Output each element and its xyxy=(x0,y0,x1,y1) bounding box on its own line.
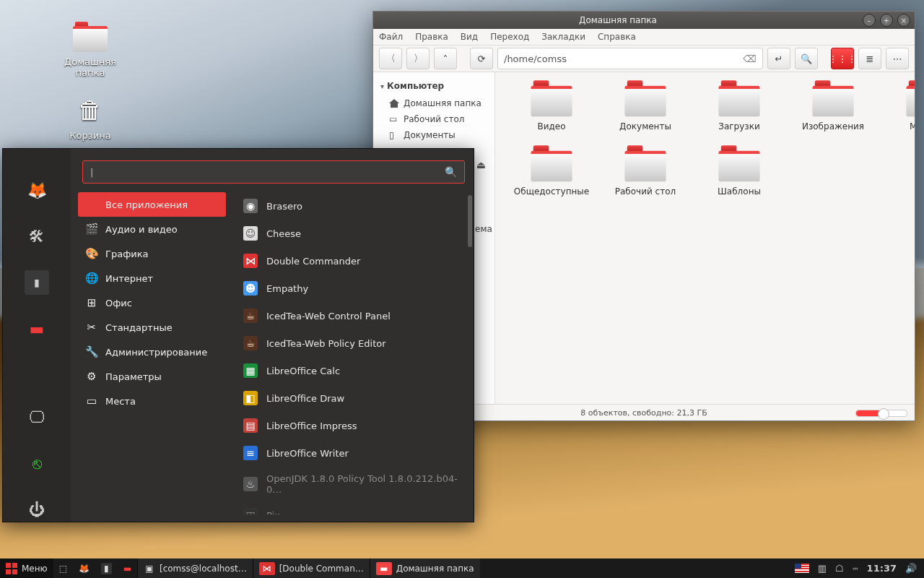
app-label: Brasero xyxy=(266,201,302,212)
category-internet[interactable]: 🌐Интернет xyxy=(78,266,226,290)
category-icon: ⚙ xyxy=(85,370,98,383)
category-prefs[interactable]: ⚙Параметры xyxy=(78,364,226,389)
logout-icon[interactable]: ⎋ xyxy=(25,451,49,475)
titlebar[interactable]: Домашняя папка – + × xyxy=(373,12,915,29)
desktop-home-folder[interactable]: ⌂ Домашняя папка xyxy=(51,22,130,78)
menu-search[interactable]: | 🔍 xyxy=(82,160,465,184)
zoom-slider[interactable] xyxy=(855,410,907,417)
tray-user-icon[interactable]: ☖ xyxy=(835,563,844,574)
app-list: ◉Brasero☺Cheese⋈Double Commander☻Empathy… xyxy=(230,191,474,514)
app-label: Empathy xyxy=(266,283,308,294)
category-places[interactable]: ▭Места xyxy=(78,389,226,413)
task-fm[interactable]: ▬Домашняя папка xyxy=(370,558,480,578)
app-item[interactable]: ☕IcedTea-Web Control Panel xyxy=(233,302,471,329)
app-icon: ◉ xyxy=(243,199,258,213)
minimize-button[interactable]: – xyxy=(863,14,876,27)
clock[interactable]: 11:37 xyxy=(867,563,897,574)
folder-pictures[interactable]: ▣Изображения xyxy=(790,84,876,131)
category-all[interactable]: Все приложения xyxy=(78,192,226,217)
app-item[interactable]: ☺Cheese xyxy=(233,220,471,247)
shutdown-icon[interactable]: ⏻ xyxy=(25,497,49,522)
task-icon: ⋈ xyxy=(259,562,275,575)
folder-templates[interactable]: ≣Шаблоны xyxy=(696,149,783,197)
up-button[interactable]: ˄ xyxy=(434,48,457,69)
maximize-button[interactable]: + xyxy=(880,14,893,27)
category-graphics[interactable]: 🎨Графика xyxy=(78,241,226,266)
app-item[interactable]: ◧LibreOffice Draw xyxy=(233,384,471,412)
launcher-terminal[interactable]: ▮ xyxy=(95,558,118,578)
compact-view-button[interactable]: ⋯ xyxy=(886,48,909,69)
list-view-button[interactable]: ≣ xyxy=(858,48,881,69)
category-admin[interactable]: 🔧Администрирование xyxy=(78,340,226,364)
app-item[interactable]: ▤LibreOffice Impress xyxy=(233,412,471,439)
folder-glyph-icon: ⬡ xyxy=(629,156,661,178)
back-button[interactable]: 〈 xyxy=(379,48,402,69)
desktop-trash[interactable]: 🗑 Корзина xyxy=(51,92,130,141)
task-terminal[interactable]: ▣[comss@localhost… xyxy=(137,558,253,578)
tools-icon[interactable]: 🛠 xyxy=(25,224,49,249)
terminal-icon[interactable]: ▮ xyxy=(25,270,49,295)
app-icon: ♨ xyxy=(243,477,258,491)
sidebar-item-home[interactable]: Домашняя папка xyxy=(376,95,492,111)
app-item[interactable]: ▦LibreOffice Calc xyxy=(233,357,471,384)
reload-button[interactable]: ⟳ xyxy=(470,48,493,69)
volume-icon[interactable]: 🔊 xyxy=(905,563,917,574)
task-label: [comss@localhost… xyxy=(160,564,247,574)
sidebar-item-desktop[interactable]: ▭Рабочий стол xyxy=(376,111,492,127)
tray-disk-icon[interactable]: ▥ xyxy=(818,563,827,574)
icon-view-button[interactable]: ⋮⋮⋮ xyxy=(831,48,854,69)
start-menu[interactable]: 🦊 🛠 ▮ ▬ 🖵 ⎋ ⏻ | 🔍 Все приложения🎬Аудио и… xyxy=(2,148,474,522)
search-input[interactable] xyxy=(95,166,445,178)
sidebar-item-documents[interactable]: ▯Документы xyxy=(376,127,492,143)
menu-bookmarks[interactable]: Закладки xyxy=(541,32,585,42)
folder-music[interactable]: ♫Музыка xyxy=(884,84,915,131)
forward-button[interactable]: 〉 xyxy=(406,48,430,69)
folder-desktop[interactable]: ⬡Рабочий стол xyxy=(602,149,689,197)
clear-path-icon[interactable]: ⌫ xyxy=(744,53,757,64)
show-desktop-button[interactable]: ⬚ xyxy=(53,558,73,578)
app-icon: ▦ xyxy=(243,363,258,378)
app-item[interactable]: ☕IcedTea-Web Policy Editor xyxy=(233,329,471,357)
menu-go[interactable]: Переход xyxy=(490,32,529,42)
sidebar-header[interactable]: Компьютер xyxy=(380,81,487,91)
folder-public[interactable]: ⋔Общедоступные xyxy=(508,149,595,197)
menubar: Файл Правка Вид Переход Закладки Справка xyxy=(373,29,915,46)
menu-button[interactable]: Меню xyxy=(0,558,53,578)
app-item[interactable]: ⋈Double Commander xyxy=(233,247,471,275)
app-item[interactable]: ◉Brasero xyxy=(233,192,471,220)
app-item[interactable]: ☻Empathy xyxy=(233,275,471,302)
keyboard-layout-icon[interactable] xyxy=(795,564,809,573)
category-accessories[interactable]: ✂Стандартные xyxy=(78,315,226,340)
app-item[interactable]: ♨OpenJDK 1.8.0 Policy Tool 1.8.0.212.b04… xyxy=(233,467,471,501)
category-icon: 🎬 xyxy=(85,223,98,236)
toggle-path-button[interactable]: ↵ xyxy=(767,48,790,69)
firefox-icon[interactable]: 🦊 xyxy=(25,178,49,202)
files-icon[interactable]: ▬ xyxy=(25,316,49,341)
app-icon: ☻ xyxy=(243,281,258,296)
category-audio[interactable]: 🎬Аудио и видео xyxy=(78,217,226,241)
folder-downloads[interactable]: ⬇Загрузки xyxy=(696,84,783,131)
task-dc[interactable]: ⋈[Double Comman… xyxy=(253,558,370,578)
display-icon[interactable]: 🖵 xyxy=(25,405,49,429)
app-label: Cheese xyxy=(266,228,301,239)
folder-label: Документы xyxy=(619,121,671,131)
menu-edit[interactable]: Правка xyxy=(415,32,448,42)
app-item[interactable]: ≡LibreOffice Writer xyxy=(233,439,471,467)
close-button[interactable]: × xyxy=(897,14,910,27)
menu-help[interactable]: Справка xyxy=(598,32,636,42)
tray-network-icon[interactable]: ⎓ xyxy=(853,563,858,574)
menu-file[interactable]: Файл xyxy=(379,32,403,42)
launcher-firefox[interactable]: 🦊 xyxy=(73,558,95,578)
toolbar: 〈 〉 ˄ ⟳ /home/comss ⌫ ↵ 🔍 ⋮⋮⋮ ≣ ⋯ xyxy=(373,46,915,72)
folder-videos[interactable]: ▶Видео xyxy=(508,84,595,131)
folder-grid: ▶Видео≣Документы⬇Загрузки▣Изображения♫Му… xyxy=(495,72,915,404)
app-item[interactable]: ◫Pix xyxy=(233,501,471,514)
folder-documents[interactable]: ≣Документы xyxy=(602,84,689,131)
category-office[interactable]: ⊞Офис xyxy=(78,290,226,315)
menu-view[interactable]: Вид xyxy=(461,32,478,42)
path-bar[interactable]: /home/comss ⌫ xyxy=(497,48,763,69)
launcher-files[interactable]: ▬ xyxy=(118,558,137,578)
cube-icon: ⬚ xyxy=(59,564,67,574)
eject-icon[interactable]: ⏏ xyxy=(476,159,486,171)
search-button[interactable]: 🔍 xyxy=(795,48,818,69)
